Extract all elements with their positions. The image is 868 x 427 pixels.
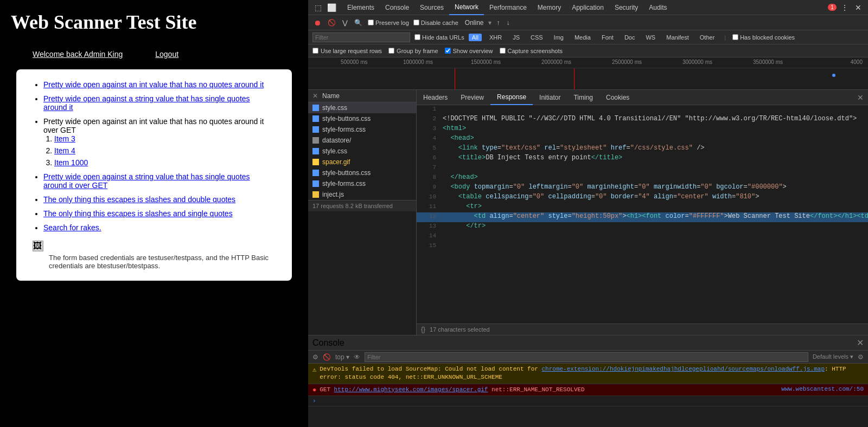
filter-media[interactable]: Media: [571, 34, 594, 41]
tab-response[interactable]: Response: [490, 90, 533, 105]
show-overview-checkbox[interactable]: [445, 48, 451, 54]
import-icon[interactable]: ↑: [496, 19, 501, 27]
error-source[interactable]: www.webscantest.com/:50: [781, 386, 864, 392]
disable-cache-label[interactable]: Disable cache: [413, 20, 458, 26]
close-response-icon[interactable]: ✕: [857, 93, 864, 102]
welcome-link[interactable]: Welcome back Admin King: [33, 50, 123, 59]
filter-img[interactable]: Img: [551, 34, 567, 41]
sourcemap-link[interactable]: chrome-extension://hdokiejnpimakedhajhdl…: [542, 366, 825, 372]
filter-icon[interactable]: ⋁: [341, 19, 349, 27]
code-line: 7: [417, 164, 868, 173]
has-blocked-cookies-checkbox[interactable]: [732, 34, 738, 40]
clear-button[interactable]: 🚫: [327, 19, 337, 27]
spacer-gif-link[interactable]: http://www.mightyseek.com/images/spacer.…: [334, 386, 488, 393]
console-prompt-icon: ›: [312, 398, 316, 404]
filter-xhr[interactable]: XHR: [486, 34, 505, 41]
export-icon[interactable]: ↓: [506, 19, 511, 27]
device-icon[interactable]: ⬜: [325, 2, 339, 13]
filter-all[interactable]: All: [469, 34, 482, 41]
tab-headers[interactable]: Headers: [417, 90, 454, 105]
filename: style-buttons.css: [322, 169, 371, 177]
console-eye-icon[interactable]: 👁: [354, 353, 360, 361]
close-console-icon[interactable]: ✕: [857, 338, 864, 348]
filter-doc[interactable]: Doc: [621, 34, 639, 41]
file-item-style-css-2[interactable]: style.css: [308, 146, 416, 157]
link-search-rakes[interactable]: Search for rakes.: [43, 223, 101, 232]
search-icon[interactable]: 🔍: [353, 19, 363, 27]
response-tabs: Headers Preview Response Initiator Timin…: [417, 90, 868, 105]
item3-link[interactable]: Item 3: [54, 134, 75, 143]
link-escapes-single[interactable]: The only thing this escapes is slashes a…: [43, 209, 233, 218]
tab-audits[interactable]: Audits: [643, 0, 672, 15]
cursor-icon[interactable]: ⬚: [312, 2, 324, 13]
image-section: 🖼: [33, 241, 276, 251]
item1000-link[interactable]: Item 1000: [54, 158, 88, 167]
file-item-style-forms-css-1[interactable]: style-forms.css: [308, 124, 416, 135]
braces-icon[interactable]: {}: [421, 326, 425, 333]
console-gear-icon[interactable]: ⚙: [858, 353, 864, 361]
network-filter-input[interactable]: [312, 33, 410, 42]
online-status[interactable]: Online: [465, 19, 484, 27]
tab-network[interactable]: Network: [449, 0, 484, 15]
hide-data-urls-checkbox[interactable]: [414, 34, 420, 40]
console-tab-label[interactable]: Console: [312, 338, 344, 348]
more-options-icon[interactable]: ⋮: [839, 2, 851, 13]
link-string-singlequotes-get[interactable]: Pretty wide open against a string value …: [43, 172, 250, 190]
tab-console[interactable]: Console: [380, 0, 414, 15]
record-button[interactable]: ⏺: [312, 18, 322, 27]
use-large-rows-checkbox[interactable]: [312, 48, 318, 54]
tab-application[interactable]: Application: [566, 0, 609, 15]
use-large-rows-label[interactable]: Use large request rows: [312, 48, 382, 54]
group-by-frame-checkbox[interactable]: [388, 48, 394, 54]
link-escapes-double[interactable]: The only thing this escapes is slashes a…: [43, 195, 235, 204]
preserve-log-checkbox[interactable]: [368, 20, 374, 25]
tab-preview[interactable]: Preview: [454, 90, 490, 105]
console-settings-icon[interactable]: ⚙: [312, 353, 318, 361]
show-overview-label[interactable]: Show overview: [445, 48, 493, 54]
code-line: 8 </head>: [417, 173, 868, 183]
console-filter-input[interactable]: [365, 352, 808, 362]
console-top-icon[interactable]: top ▾: [335, 353, 349, 361]
link-string-singlequotes[interactable]: Pretty wide open against a string value …: [43, 94, 250, 112]
item4-link[interactable]: Item 4: [54, 146, 75, 155]
tab-performance[interactable]: Performance: [484, 0, 532, 15]
filter-ws[interactable]: WS: [642, 34, 659, 41]
file-item-style-buttons-css-2[interactable]: style-buttons.css: [308, 167, 416, 178]
preserve-log-label[interactable]: Preserve log: [368, 20, 409, 26]
capture-screenshots-label[interactable]: Capture screenshots: [500, 48, 563, 54]
logout-link[interactable]: Logout: [155, 50, 178, 59]
close-file-panel-icon[interactable]: ✕: [312, 92, 318, 100]
tab-timing[interactable]: Timing: [567, 90, 599, 105]
timeline-content[interactable]: [308, 68, 868, 90]
filename: style.css: [322, 104, 347, 112]
filter-manifest[interactable]: Manifest: [663, 34, 692, 41]
hide-data-urls-label[interactable]: Hide data URLs: [414, 34, 464, 41]
close-devtools-icon[interactable]: ✕: [853, 2, 864, 13]
file-item-spacer-gif[interactable]: spacer.gif: [308, 157, 416, 167]
console-clear-icon[interactable]: 🚫: [323, 353, 331, 361]
tab-memory[interactable]: Memory: [532, 0, 566, 15]
filter-js[interactable]: JS: [509, 34, 523, 41]
group-by-frame-label[interactable]: Group by frame: [388, 48, 438, 54]
link-int-noquotes[interactable]: Pretty wide open against an int value th…: [43, 80, 264, 89]
tab-elements[interactable]: Elements: [342, 0, 380, 15]
online-dropdown-icon[interactable]: ▾: [488, 19, 492, 27]
tab-security[interactable]: Security: [609, 0, 643, 15]
capture-screenshots-checkbox[interactable]: [500, 48, 506, 54]
filter-css[interactable]: CSS: [527, 34, 546, 41]
file-item-style-buttons-css-1[interactable]: style-buttons.css: [308, 113, 416, 124]
list-item: Pretty wide open against a string value …: [43, 172, 276, 190]
file-item-style-forms-css-2[interactable]: style-forms.css: [308, 178, 416, 189]
file-item-style-css-1[interactable]: style.css: [308, 102, 416, 113]
tab-initiator[interactable]: Initiator: [533, 90, 567, 105]
tab-cookies[interactable]: Cookies: [599, 90, 636, 105]
tab-sources[interactable]: Sources: [414, 0, 449, 15]
filter-font[interactable]: Font: [598, 34, 617, 41]
disable-cache-checkbox[interactable]: [413, 20, 419, 25]
error-text: GET http://www.mightyseek.com/images/spa…: [320, 386, 585, 394]
file-item-inject-js[interactable]: inject.js: [308, 189, 416, 200]
filter-other[interactable]: Other: [697, 34, 718, 41]
has-blocked-cookies-label[interactable]: Has blocked cookies: [732, 34, 795, 41]
console-level-label[interactable]: Default levels ▾: [813, 353, 853, 360]
file-item-datastore[interactable]: datastore/: [308, 135, 416, 146]
